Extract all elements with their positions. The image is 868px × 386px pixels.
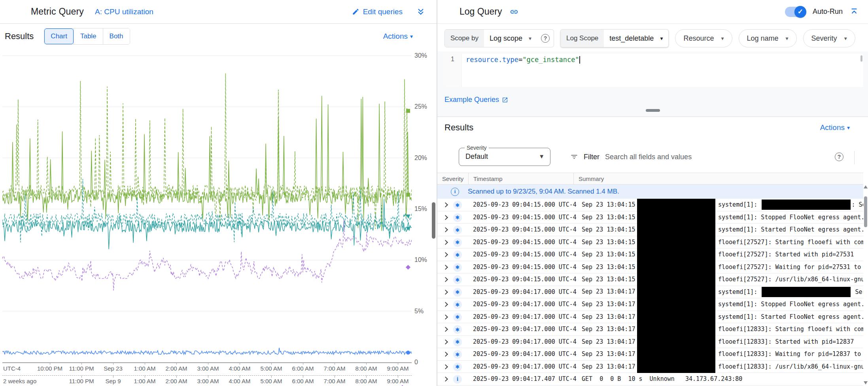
log-summary-time: Sep 23 13:04:17 — [582, 288, 640, 295]
x-axis-tick — [303, 362, 303, 365]
auto-run-toggle-knob: ✓ — [794, 6, 806, 18]
expand-chevron-icon[interactable] — [443, 352, 448, 357]
tab-both[interactable]: Both — [103, 28, 130, 44]
log-summary-time: Sep 23 13:04:17 — [582, 301, 640, 308]
log-summary-time: Sep 23 13:04:15 — [582, 226, 640, 233]
edit-queries-button[interactable]: Edit queries — [352, 8, 403, 16]
log-scope-toolbar: Scope by Log scope▾ ? Log Scope test_del… — [444, 29, 855, 47]
expand-chevron-icon[interactable] — [443, 227, 448, 232]
tab-table[interactable]: Table — [74, 28, 103, 44]
expand-chevron-icon[interactable] — [443, 314, 448, 320]
scan-status-text: Scanned up to 9/23/25, 9:04 AM. Scanned … — [468, 188, 619, 196]
example-queries-link[interactable]: Example Queries — [444, 96, 508, 104]
y-axis-label: 5% — [414, 308, 435, 315]
auto-run-toggle[interactable]: ✓ — [785, 7, 806, 17]
chart-plot-area[interactable] — [2, 53, 412, 362]
expand-chevron-icon[interactable] — [443, 277, 448, 282]
y-axis-label: 25% — [414, 103, 435, 110]
series-end-marker — [406, 265, 410, 269]
log-row[interactable]: i2025-09-23 09:04:17.407 UTC-4GET 0 0 B … — [437, 373, 863, 386]
log-actions-button[interactable]: Actions▾ — [820, 123, 850, 132]
redacted-text-block — [762, 287, 851, 297]
log-summary-time: Sep 23 13:04:17 — [582, 363, 640, 370]
x-axis-label: 5:00 AM — [260, 378, 282, 384]
log-message: flooefi[27527]: Waiting for pid=27531 to… — [718, 264, 863, 271]
query-code-line[interactable]: resource.type="gce_instance" — [462, 54, 863, 87]
log-summary: Sep 23 13:04:17flooefi[12833]: /usr/lib/… — [582, 363, 863, 370]
scope-by-dropdown[interactable]: Log scope▾ — [484, 30, 537, 47]
x-axis-label: 1:00 AM — [134, 378, 155, 384]
filter-pill-log-name[interactable]: Log name▾ — [739, 29, 797, 47]
log-query-panel: Log Query ✓ Auto-Run Scope by Log scope▾… — [437, 0, 868, 386]
log-timestamp: 2025-09-23 09:04:17.000 UTC-4 — [473, 338, 577, 345]
log-filter-input[interactable] — [605, 153, 832, 161]
log-query-title: Log Query — [460, 6, 502, 17]
expand-queries-icon[interactable] — [416, 7, 425, 17]
metric-results-title: Results — [5, 31, 34, 41]
chart-view-tabs: ChartTableBoth — [44, 28, 130, 45]
severity-dropdown-label: Severity — [465, 145, 489, 151]
log-timestamp: 2025-09-23 09:04:17.000 UTC-4 — [473, 288, 577, 296]
log-summary: Sep 23 13:04:17flooefi[12833]: Starting … — [582, 326, 863, 333]
series-instance-green-solid[interactable] — [2, 96, 412, 231]
severity-default-icon: ✱ — [453, 238, 462, 247]
scroll-up-arrow-icon[interactable] — [864, 185, 868, 188]
filter-pill-severity[interactable]: Severity▾ — [803, 29, 855, 47]
severity-dropdown[interactable]: Severity Default ▼ — [459, 148, 550, 166]
query-editor[interactable]: 1 resource.type="gce_instance" — [444, 54, 863, 87]
link-icon[interactable] — [510, 8, 518, 16]
expand-chevron-icon[interactable] — [443, 327, 448, 332]
scroll-down-arrow-icon[interactable] — [864, 381, 868, 384]
expand-chevron-icon[interactable] — [443, 364, 448, 369]
resize-drag-handle[interactable] — [646, 109, 660, 112]
x-axis-label: 11:00 PM — [69, 378, 94, 384]
metric-actions-button[interactable]: Actions▾ — [383, 32, 413, 41]
series-instance-green-dashed[interactable] — [2, 73, 412, 229]
scope-help-button[interactable]: ? — [537, 30, 554, 47]
filter-pill-resource[interactable]: Resource▾ — [675, 29, 732, 47]
log-summary-time: Sep 23 13:04:15 — [582, 276, 640, 283]
tab-chart[interactable]: Chart — [44, 28, 74, 44]
severity-default-icon: ✱ — [453, 288, 462, 297]
column-header-severity[interactable]: Severity — [437, 173, 469, 184]
cpu-utilization-chart[interactable]: 30%25%20%15%10%5%0 UTC-410:00 PM11:00 PM… — [0, 49, 437, 386]
left-panel-scrollbar[interactable] — [432, 202, 435, 239]
results-scrollbar[interactable] — [863, 173, 868, 386]
log-summary-time: Sep 23 13:04:17 — [582, 350, 640, 358]
column-header-timestamp[interactable]: Timestamp — [469, 173, 574, 184]
expand-chevron-icon[interactable] — [443, 302, 448, 307]
expand-chevron-icon[interactable] — [443, 252, 448, 257]
x-axis-label: 3:00 AM — [197, 365, 219, 372]
severity-filter-row: Severity Default ▼ Filter ? — [437, 145, 868, 170]
expand-chevron-icon[interactable] — [443, 290, 448, 295]
severity-default-icon: ✱ — [453, 226, 462, 234]
expand-chevron-icon[interactable] — [443, 377, 448, 382]
metric-query-a-link[interactable]: A: CPU utilization — [95, 8, 153, 16]
log-timestamp: 2025-09-23 09:04:15.000 UTC-4 — [473, 251, 577, 258]
log-timestamp: 2025-09-23 09:04:15.000 UTC-4 — [473, 264, 577, 271]
log-timestamp: 2025-09-23 09:04:17.407 UTC-4 — [473, 375, 577, 382]
column-header-summary[interactable]: Summary — [574, 173, 863, 184]
results-scrollbar-thumb[interactable] — [864, 196, 867, 227]
filter-help-button[interactable]: ? — [835, 153, 843, 161]
log-summary-time: Sep 23 13:04:15 — [582, 239, 640, 246]
expand-chevron-icon[interactable] — [443, 339, 448, 345]
chevron-down-icon: ▾ — [410, 33, 413, 40]
log-scope-dropdown[interactable]: test_deletable▾ — [604, 30, 668, 47]
expand-chevron-icon[interactable] — [443, 215, 448, 220]
chevron-down-icon: ▼ — [539, 153, 545, 160]
collapse-panel-icon[interactable] — [850, 8, 859, 16]
log-timestamp: 2025-09-23 09:04:17.000 UTC-4 — [473, 326, 577, 333]
log-summary: Sep 23 13:04:15flooefi[27527]: /usr/lib/… — [582, 276, 863, 283]
log-message: flooefi[27527]: Started with pid=27531 — [718, 251, 854, 258]
series-instance-blue-solid[interactable] — [2, 348, 412, 354]
log-summary-time: Sep 23 13:04:17 — [582, 338, 640, 345]
expand-chevron-icon[interactable] — [443, 202, 448, 207]
editor-scrollbar[interactable] — [860, 55, 862, 62]
log-message: systemd[1]: Stopped FlooNet egress agent… — [718, 214, 863, 221]
log-summary: Sep 23 13:04:17flooefi[12833]: Started w… — [582, 338, 863, 345]
x-axis-label: 4:00 AM — [229, 365, 250, 372]
chart-legend: test_deletable…test_deletable…test_delet… — [0, 384, 437, 386]
expand-chevron-icon[interactable] — [443, 265, 448, 270]
expand-chevron-icon[interactable] — [443, 240, 448, 245]
